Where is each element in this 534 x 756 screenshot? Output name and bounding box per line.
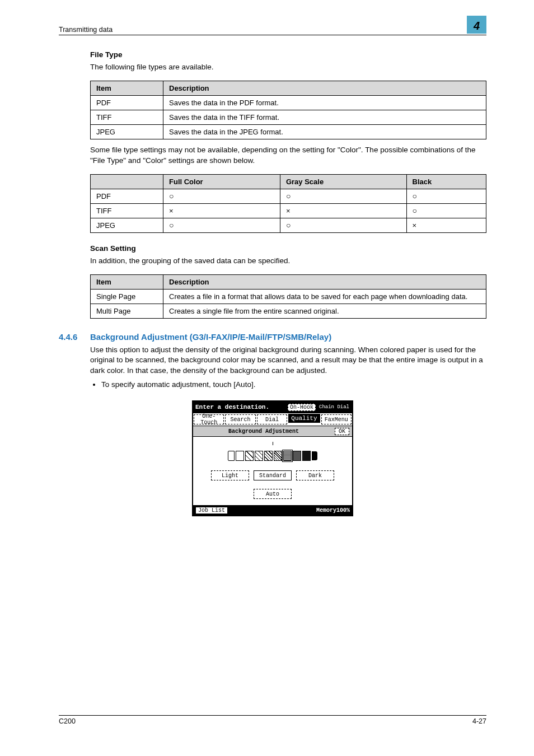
th: Full Color [163,174,280,189]
cell: × [406,218,486,232]
table-compat: Full Color Gray Scale Black PDF ○ ○ ○ TI… [90,174,486,233]
slider-light-end-icon [228,451,235,461]
cell: JPEG [91,218,163,232]
cell: ○ [406,203,486,218]
cell: ○ [280,218,406,232]
bullet-list: To specify automatic adjustment, touch [… [90,380,486,390]
chapter-number: 4 [474,20,480,32]
tick-icon [273,442,273,445]
table-file-type: Item Description PDF Saves the data in t… [90,81,486,139]
table-row: PDF ○ ○ ○ [91,189,486,203]
lcd-main-area: Light Standard Dark Auto [193,437,352,505]
cell: ○ [280,189,406,203]
cell: TIFF [91,110,163,124]
cell: Saves the data in the PDF format. [163,95,486,110]
subsection-header: 4.4.6 Background Adjustment (G3/I-FAX/IP… [59,332,486,342]
cell: JPEG [91,124,163,139]
th-item: Item [91,81,163,95]
slider-step[interactable] [293,451,301,461]
tab-dial[interactable]: Dial [257,414,287,424]
table-row: Item Description [91,274,486,289]
th-desc: Description [163,274,486,289]
lcd-button-row: Light Standard Dark [210,469,335,482]
cell: PDF [91,189,163,203]
slider-step[interactable] [245,451,254,461]
slider-step[interactable] [274,451,282,461]
ok-button[interactable]: OK [335,428,349,435]
lcd-figure: Enter a destination. On-Hook Chain Dial … [59,400,486,516]
subsection-number: 4.4.6 [59,332,90,342]
auto-button[interactable]: Auto [254,489,292,499]
cell: Saves the data in the JPEG format. [163,124,486,139]
standard-button[interactable]: Standard [254,470,292,480]
table-row: TIFF Saves the data in the TIFF format. [91,110,486,124]
cell: Saves the data in the TIFF format. [163,110,486,124]
th-item: Item [91,274,163,289]
th: Gray Scale [280,174,406,189]
table-scan-setting: Item Description Single Page Creates a f… [90,274,486,319]
page-content: File Type The following file types are a… [59,44,486,516]
cell: Multi Page [91,304,163,318]
lcd-prompt: Enter a destination. [193,404,287,410]
chain-dial-label: Chain Dial [319,405,349,410]
tab-quality[interactable]: Quality [288,414,320,423]
table-row: JPEG Saves the data in the JPEG format. [91,124,486,139]
cell: × [280,203,406,218]
cell: Single Page [91,289,163,304]
table-row: Item Description [91,81,486,95]
text-file-type-note: Some file type settings may not be avail… [90,145,486,166]
table-row: PDF Saves the data in the PDF format. [91,95,486,110]
table-row: JPEG ○ ○ × [91,218,486,232]
memory-label: Memory100% [316,507,350,514]
tab-faxmenu[interactable]: FaxMenu [321,414,352,424]
text-file-type-intro: The following file types are available. [90,62,486,73]
lcd-panel: Enter a destination. On-Hook Chain Dial … [192,400,353,516]
chain-dial-button[interactable]: Chain Dial [317,402,352,412]
lcd-title: Background Adjustment [195,428,332,435]
slider-step[interactable] [264,451,273,461]
cell: Creates a single file from the entire sc… [163,304,486,318]
cell: ○ [406,189,486,203]
on-hook-button[interactable]: On-Hook [288,404,316,411]
slider-step[interactable] [255,451,263,461]
slider-step[interactable] [236,451,244,461]
table-row: Single Page Creates a file in a format t… [91,289,486,304]
density-slider[interactable] [228,451,317,461]
cell: ○ [163,189,280,203]
page-footer: C200 4-27 [59,715,486,725]
cell: TIFF [91,203,163,218]
table-row: TIFF × × ○ [91,203,486,218]
footer-right: 4-27 [472,717,486,725]
th [91,174,163,189]
job-list-button[interactable]: Job List [195,507,228,514]
cell: Creates a file in a format that allows d… [163,289,486,304]
cell: × [163,203,280,218]
heading-scan-setting: Scan Setting [90,244,486,253]
light-button[interactable]: Light [211,470,249,480]
lcd-footer: Job List Memory100% [193,505,352,515]
table-row: Full Color Gray Scale Black [91,174,486,189]
slider-dark-end-icon [312,451,317,460]
heading-file-type: File Type [90,50,486,59]
cell: ○ [163,218,280,232]
slider-step[interactable] [302,451,311,461]
header-section-title: Transmitting data [59,26,113,34]
th: Black [406,174,486,189]
bullet-item: To specify automatic adjustment, touch [… [101,380,486,390]
lcd-title-row: Background Adjustment OK [193,426,352,437]
slider-step-selected[interactable] [283,451,292,461]
footer-left: C200 [59,717,76,725]
cell: PDF [91,95,163,110]
lcd-tab-row: One-Touch Search Dial Quality FaxMenu [193,413,352,426]
lcd-top-row: Enter a destination. On-Hook Chain Dial [193,402,352,413]
text-scan-setting-intro: In addition, the grouping of the saved d… [90,256,486,267]
dark-button[interactable]: Dark [296,470,334,480]
subsection-title: Background Adjustment (G3/I-FAX/IP/E-Mai… [90,332,331,342]
table-row: Multi Page Creates a single file from th… [91,304,486,318]
subsection-body: Use this option to adjust the density of… [90,345,486,377]
chapter-badge: 4 [467,16,486,34]
th-desc: Description [163,81,486,95]
page-header: Transmitting data 4 [59,16,486,35]
tab-one-touch[interactable]: One-Touch [194,414,224,424]
tab-search[interactable]: Search [225,414,255,424]
